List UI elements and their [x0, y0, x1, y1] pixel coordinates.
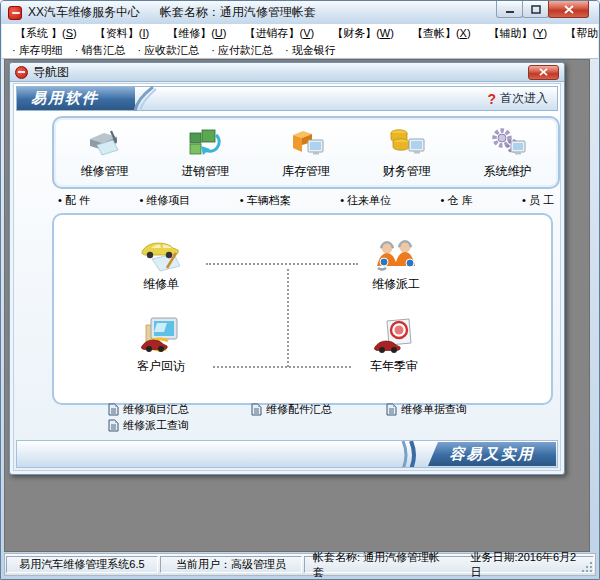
maximize-icon [531, 5, 541, 14]
report-link-repair-dispatch-query[interactable]: 维修派工查询 [108, 418, 189, 433]
flow-label: 维修单 [143, 277, 179, 291]
purchase-sales-icon [185, 126, 225, 160]
tool-item-stock-detail[interactable]: · 库存明细 [10, 43, 73, 58]
menu-bar: 【系统 】(S) 【资料】(I) 【维修】(U) 【进销存】(V) 【财务】(W… [2, 24, 598, 43]
document-icon [108, 403, 119, 416]
maximize-button[interactable] [522, 1, 549, 18]
category-warehouse[interactable]: • 仓 库 [441, 193, 473, 208]
inventory-icon [286, 126, 326, 160]
main-window: XX汽车维修服务中心 帐套名称：通用汽修管理帐套 【系统 】(S) 【资料】(I… [0, 0, 600, 580]
brand-banner: 易用软件 ? 首次进入 [16, 86, 558, 111]
minimize-icon [505, 5, 515, 14]
category-repair-items[interactable]: • 维修项目 [139, 193, 190, 208]
modules-box: 维修管理 进销管理 [52, 116, 560, 189]
menu-item-auxiliary[interactable]: 【辅助】(Y) [480, 26, 557, 41]
module-label: 维修管理 [80, 163, 128, 180]
module-purchase-sales-management[interactable]: 进销管理 [155, 126, 256, 180]
status-account-name: 帐套名称: 通用汽修管理帐套 [313, 550, 448, 580]
brand-logo: 易用软件 [17, 87, 135, 110]
close-icon [539, 68, 548, 76]
report-link-repair-document-query[interactable]: 维修单据查询 [386, 402, 467, 417]
vehicle-inspection-icon [371, 317, 417, 357]
tool-strip: · 库存明细 · 销售汇总 · 应收款汇总 · 应付款汇总 · 现金银行 [2, 43, 598, 59]
status-bar: 易用汽车维修管理系统6.5 当前用户：高级管理员 帐套名称: 通用汽修管理帐套 … [4, 553, 596, 576]
flow-label: 客户回访 [137, 359, 185, 373]
module-finance-management[interactable]: 财务管理 [356, 126, 457, 180]
module-inventory-management[interactable]: 库存管理 [256, 126, 357, 180]
slogan-banner: 容易又实用 [16, 440, 558, 468]
flow-customer-callback[interactable]: 客户回访 [113, 315, 209, 375]
navigation-close-button[interactable] [528, 65, 559, 80]
navigation-window-icon [15, 66, 28, 79]
flow-repair-order[interactable]: 维修单 [113, 235, 209, 293]
app-icon [8, 6, 22, 20]
menu-item-help[interactable]: 【帮助】(Z) [556, 26, 600, 41]
document-icon [386, 403, 397, 416]
tool-item-payables-summary[interactable]: · 应付款汇总 [209, 43, 283, 58]
tool-item-cash-bank[interactable]: · 现金银行 [283, 43, 346, 58]
category-parts[interactable]: • 配 件 [58, 193, 90, 208]
slogan-text: 容易又实用 [428, 442, 556, 466]
flow-label: 维修派工 [372, 277, 420, 291]
status-account-info: 帐套名称: 通用汽修管理帐套 业务日期:2016年6月2日 [304, 556, 594, 573]
menu-item-repair[interactable]: 【维修】(U) [158, 26, 235, 41]
module-system-maintenance[interactable]: 系统维护 [457, 126, 558, 180]
document-icon [251, 403, 262, 416]
module-label: 财务管理 [383, 163, 431, 180]
connector-top [206, 263, 358, 265]
customer-callback-icon [138, 315, 184, 357]
menu-item-finance[interactable]: 【财务】(W) [323, 26, 403, 41]
close-button[interactable] [548, 1, 589, 18]
repair-dispatch-workers-icon [373, 235, 419, 275]
navigation-content: 易用软件 ? 首次进入 [13, 83, 561, 471]
minimize-button[interactable] [496, 1, 523, 18]
report-link-repair-items-summary[interactable]: 维修项目汇总 [108, 402, 189, 417]
status-business-date: 业务日期:2016年6月2日 [470, 550, 585, 580]
menu-item-purchase-inventory[interactable]: 【进销存】(V) [235, 26, 323, 41]
navigation-window: 导航图 易用软件 ? 首次进入 [9, 62, 565, 475]
document-icon [108, 419, 119, 432]
window-title: XX汽车维修服务中心 帐套名称：通用汽修管理帐套 [28, 4, 316, 21]
banner-curve-decoration [133, 86, 157, 111]
first-entry-button[interactable]: ? 首次进入 [487, 90, 557, 107]
navigation-window-title: 导航图 [33, 64, 69, 81]
menu-item-accounts[interactable]: 【查帐】(X) [403, 26, 480, 41]
title-bar: XX汽车维修服务中心 帐套名称：通用汽修管理帐套 [1, 1, 599, 24]
module-label: 系统维护 [484, 163, 532, 180]
category-business-contacts[interactable]: • 往来单位 [340, 193, 391, 208]
mdi-workspace: 导航图 易用软件 ? 首次进入 [4, 59, 590, 552]
resize-grip[interactable] [581, 561, 593, 573]
window-title-text: XX汽车维修服务中心 [28, 4, 140, 21]
close-icon [564, 5, 574, 14]
first-entry-label: 首次进入 [500, 90, 548, 107]
connector-bottom [213, 366, 351, 368]
navigation-title-bar: 导航图 [10, 63, 564, 82]
tool-item-receivables-summary[interactable]: · 应收款汇总 [135, 43, 209, 58]
report-link-repair-parts-summary[interactable]: 维修配件汇总 [251, 402, 332, 417]
help-question-icon: ? [487, 91, 496, 107]
category-staff[interactable]: • 员 工 [522, 193, 554, 208]
connector-vertical [287, 269, 289, 367]
status-system-version: 易用汽车维修管理系统6.5 [6, 556, 158, 573]
menu-item-data[interactable]: 【资料】(I) [86, 26, 158, 41]
workflow-box: 维修单 [52, 213, 553, 405]
category-row: • 配 件 • 维修项目 • 车辆档案 • 往来单位 • 仓 库 • 员 工 [58, 193, 554, 208]
repair-order-car-icon [138, 235, 184, 275]
finance-icon [387, 126, 427, 160]
tool-item-sales-summary[interactable]: · 销售汇总 [73, 43, 136, 58]
flow-label: 车年季审 [370, 359, 418, 373]
window-account-text: 帐套名称：通用汽修管理帐套 [160, 4, 316, 21]
flow-vehicle-inspection[interactable]: 车年季审 [346, 317, 442, 375]
module-label: 进销管理 [181, 163, 229, 180]
menu-item-system[interactable]: 【系统 】(S) [6, 26, 86, 41]
slogan-curve-decoration [399, 441, 425, 468]
category-vehicle-files[interactable]: • 车辆档案 [240, 193, 291, 208]
flow-repair-dispatch[interactable]: 维修派工 [348, 235, 444, 293]
status-current-user: 当前用户：高级管理员 [160, 556, 302, 573]
module-label: 库存管理 [282, 163, 330, 180]
repair-management-icon [84, 126, 124, 160]
system-maintenance-icon [488, 126, 528, 160]
module-repair-management[interactable]: 维修管理 [54, 126, 155, 180]
window-controls [497, 1, 589, 18]
